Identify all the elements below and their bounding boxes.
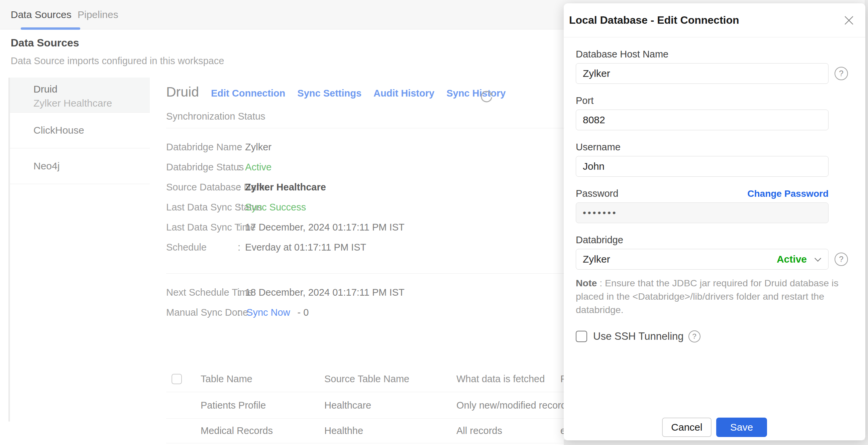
chevron-down-icon [814, 255, 821, 262]
sync-settings-link[interactable]: Sync Settings [297, 88, 362, 99]
username-label: Username [576, 142, 865, 153]
panel-footer: Cancel Save [564, 418, 865, 437]
datasource-name: ClickHouse [33, 125, 84, 136]
page-subtitle: Data Source imports configured in this w… [11, 56, 224, 67]
cell-table-name: Medical Records [200, 425, 324, 436]
field-databridge-name: Databridge Name : Zylker [166, 137, 405, 157]
help-icon[interactable]: ? [835, 67, 848, 80]
field-schedule: Schedule : Everday at 01:17:11 PM IST [166, 237, 405, 257]
password-field-group: Password Change Password [576, 188, 865, 223]
divider [166, 273, 564, 274]
section-label: Synchronization Status [166, 111, 266, 122]
ssh-tunneling-row: Use SSH Tunneling ? [576, 331, 865, 342]
field-next-schedule-time: Next Schedule Time : 18 December, 2024 0… [166, 282, 405, 302]
sidebar-item-clickhouse[interactable]: ClickHouse [10, 112, 150, 148]
databridge-value: Zylker [583, 253, 610, 265]
panel-title: Local Database - Edit Connection [569, 14, 739, 26]
port-label: Port [576, 95, 865, 106]
schedule-fields: Next Schedule Time : 18 December, 2024 0… [166, 282, 405, 322]
host-label: Database Host Name [576, 49, 865, 60]
ssh-tunneling-checkbox[interactable] [576, 331, 587, 342]
datasource-name: Neo4j [33, 160, 60, 172]
status-badge: Sync Success [245, 202, 306, 213]
edit-connection-panel: Local Database - Edit Connection Databas… [564, 3, 865, 440]
column-header-what-data-fetched: What data is fetched [456, 374, 560, 384]
divider [166, 128, 564, 128]
datasource-subtitle: Zylker Healthcare [33, 98, 150, 109]
databridge-status-badge: Active [777, 253, 807, 265]
datasource-name: Druid [33, 83, 150, 95]
field-last-sync-status: Last Data Sync Status : Sync Success [166, 197, 405, 217]
page-bottom-edge [564, 440, 868, 445]
field-databridge-status: Databridge Status : Active [166, 157, 405, 177]
databridge-select[interactable]: Zylker Active [576, 249, 829, 270]
field-manual-sync-done: Manual Sync Done : Sync Now - 0 [166, 302, 405, 322]
change-password-link[interactable]: Change Password [747, 189, 829, 199]
sync-history-link[interactable]: Sync History [446, 88, 505, 99]
save-button[interactable]: Save [716, 418, 767, 437]
panel-body: Database Host Name ? Port Username [564, 37, 865, 342]
refresh-icon[interactable] [479, 90, 494, 106]
host-input[interactable] [576, 63, 829, 84]
cell-what-data-fetched: Only new/modified recorde [456, 400, 560, 411]
manual-sync-count: - 0 [298, 307, 309, 318]
cell-what-data-fetched: All records [456, 425, 560, 436]
column-header-source-table-name: Source Table Name [324, 374, 456, 384]
edit-connection-link[interactable]: Edit Connection [211, 88, 285, 99]
host-field-group: Database Host Name ? [576, 49, 865, 84]
sidebar-item-neo4j[interactable]: Neo4j [10, 148, 150, 184]
app-screen: Data Sources Pipelines Data Sources Data… [0, 0, 868, 445]
port-field-group: Port [576, 95, 865, 130]
tab-data-sources-label: Data Sources [11, 9, 71, 21]
cancel-button[interactable]: Cancel [662, 418, 712, 437]
sync-now-link[interactable]: Sync Now [246, 307, 290, 318]
databridge-label: Databridge [576, 235, 865, 245]
databridge-field-group: Databridge Zylker Active ? [576, 235, 865, 270]
help-icon[interactable]: ? [688, 331, 701, 342]
select-all-checkbox[interactable] [172, 374, 182, 384]
field-last-sync-time: Last Data Sync Time : 17 December, 2024 … [166, 217, 405, 237]
detail-title: Druid [166, 84, 199, 100]
ssh-tunneling-label: Use SSH Tunneling [593, 331, 684, 342]
detail-header: Druid Edit Connection Sync Settings Audi… [166, 84, 505, 100]
username-field-group: Username [576, 142, 865, 177]
sync-status-fields: Databridge Name : Zylker Databridge Stat… [166, 137, 405, 257]
cell-source-table-name: Healthcare [324, 400, 456, 411]
column-header-table-name: Table Name [200, 374, 324, 384]
tab-data-sources[interactable]: Data Sources [11, 0, 71, 29]
port-input[interactable] [576, 110, 829, 130]
field-source-database-name: Source Database Name : Zylker Healthcare [166, 177, 405, 197]
panel-header: Local Database - Edit Connection [564, 3, 865, 37]
audit-history-link[interactable]: Audit History [373, 88, 434, 99]
datasource-list: Druid Zylker Healthcare ClickHouse Neo4j [10, 77, 150, 184]
sidebar-item-druid[interactable]: Druid Zylker Healthcare [10, 77, 150, 112]
cell-table-name: Patients Profile [200, 400, 324, 411]
jdbc-note: Note : Ensure that the JDBC jar required… [576, 276, 847, 316]
tab-pipelines[interactable]: Pipelines [78, 0, 118, 29]
password-input[interactable] [576, 202, 829, 223]
page-title: Data Sources [11, 37, 79, 49]
help-icon[interactable]: ? [835, 252, 848, 266]
active-tab-underline [21, 27, 80, 30]
password-label: Password [576, 188, 618, 199]
status-badge: Active [245, 162, 272, 173]
close-icon[interactable] [843, 14, 855, 27]
tab-pipelines-label: Pipelines [78, 9, 118, 21]
cell-source-table-name: Healthhe [324, 425, 456, 436]
username-input[interactable] [576, 156, 829, 177]
